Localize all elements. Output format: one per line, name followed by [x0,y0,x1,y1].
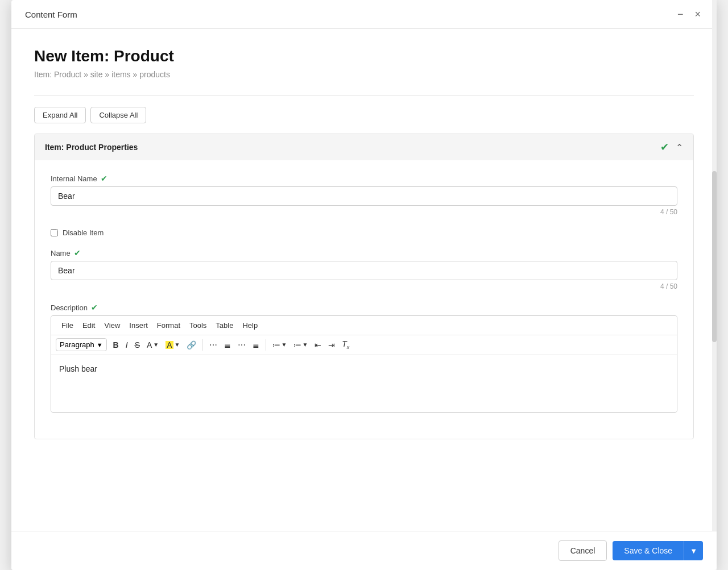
internal-name-valid-icon: ✔ [101,174,107,183]
modal-header-actions: − × [675,8,703,20]
rich-editor-content[interactable]: Plush bear [51,355,677,412]
divider [34,95,694,95]
section-title: Item: Product Properties [45,143,138,152]
disable-item-checkbox[interactable] [51,229,58,236]
scrollbar-track [712,0,717,570]
outdent-button[interactable]: ⇤ [312,339,324,351]
chevron-up-icon: ⌃ [676,142,683,153]
disable-item-row: Disable Item [51,228,677,237]
menu-file[interactable]: File [57,319,78,331]
strikethrough-button[interactable]: S [132,339,143,351]
paragraph-select-chevron: ▼ [97,342,103,348]
menu-table[interactable]: Table [211,319,238,331]
section-header-right: ✔ ⌃ [660,141,683,153]
name-label: Name ✔ [51,248,677,257]
internal-name-field-group: Internal Name ✔ 4 / 50 [51,174,677,216]
description-valid-icon: ✔ [91,303,98,312]
menu-insert[interactable]: Insert [125,319,152,331]
rich-editor-toolbar: Paragraph ▼ B I S A ▼ A [51,335,677,355]
modal-header: Content Form − × [11,0,717,29]
align-left-button[interactable]: ⋯ [206,339,220,351]
section-panel: Item: Product Properties ✔ ⌃ Internal Na… [34,134,694,439]
internal-name-label: Internal Name ✔ [51,174,677,183]
menu-view[interactable]: View [100,319,125,331]
unordered-list-button[interactable]: ≔ ▼ [291,339,311,351]
rich-editor-menubar: File Edit View Insert Format Tools Table… [51,316,677,335]
content-form-modal: Content Form − × New Item: Product Item:… [11,0,717,570]
paragraph-select[interactable]: Paragraph ▼ [56,338,107,351]
expand-collapse-toolbar: Expand All Collapse All [34,107,694,123]
scrollbar-thumb[interactable] [712,171,717,342]
name-input[interactable] [51,261,677,280]
minimize-button[interactable]: − [675,8,686,20]
toolbar-sep-2 [266,339,266,351]
breadcrumb: Item: Product » site » items » products [34,70,694,79]
menu-format[interactable]: Format [152,319,185,331]
align-right-button[interactable]: ⋯ [235,339,249,351]
bold-button[interactable]: B [110,339,122,351]
font-color-chevron: ▼ [153,342,159,348]
rich-editor: File Edit View Insert Format Tools Table… [51,315,677,413]
collapse-all-button[interactable]: Collapse All [90,107,146,123]
name-field-group: Name ✔ 4 / 50 [51,248,677,290]
section-header[interactable]: Item: Product Properties ✔ ⌃ [35,134,693,160]
align-center-button[interactable]: ≣ [221,339,234,351]
description-field-group: Description ✔ File Edit View Insert Form… [51,303,677,413]
font-color-button[interactable]: A ▼ [144,339,162,351]
menu-help[interactable]: Help [238,319,262,331]
italic-button[interactable]: I [123,339,131,351]
close-button[interactable]: × [692,8,703,20]
modal-footer: Cancel Save & Close ▼ [11,531,717,570]
align-justify-button[interactable]: ≣ [250,339,262,351]
cancel-button[interactable]: Cancel [559,540,607,561]
ordered-list-button[interactable]: ≔ ▼ [270,339,289,351]
name-valid-icon: ✔ [74,248,81,257]
save-dropdown-chevron: ▼ [690,547,697,555]
section-body: Internal Name ✔ 4 / 50 Disable Item Name… [35,160,693,439]
modal-body: New Item: Product Item: Product » site »… [11,29,717,570]
highlight-button[interactable]: A ▼ [163,339,183,351]
save-close-button[interactable]: Save & Close [613,541,684,560]
name-char-count: 4 / 50 [51,282,677,290]
internal-name-char-count: 4 / 50 [51,208,677,216]
description-label: Description ✔ [51,303,677,312]
save-dropdown-button[interactable]: ▼ [684,541,703,560]
save-btn-group: Save & Close ▼ [613,541,703,560]
internal-name-input[interactable] [51,186,677,206]
page-title: New Item: Product [34,47,694,65]
modal-title: Content Form [25,10,77,19]
menu-edit[interactable]: Edit [78,319,100,331]
section-valid-icon: ✔ [660,141,669,153]
clear-format-button[interactable]: Tx [339,338,352,352]
disable-item-label: Disable Item [63,228,104,237]
indent-button[interactable]: ⇥ [325,339,338,351]
menu-tools[interactable]: Tools [185,319,211,331]
highlight-chevron: ▼ [175,342,180,348]
expand-all-button[interactable]: Expand All [34,107,86,123]
toolbar-sep-1 [202,339,203,351]
link-button[interactable]: 🔗 [184,339,199,351]
